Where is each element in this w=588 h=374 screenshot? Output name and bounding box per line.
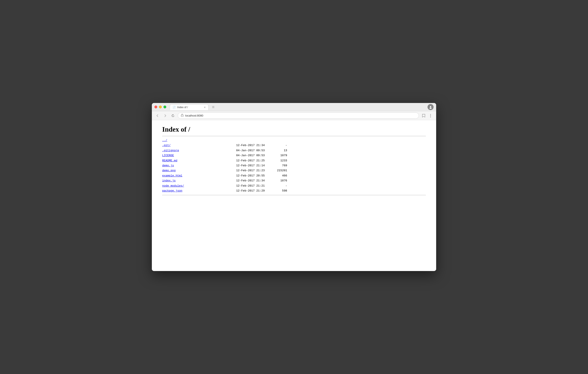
file-size: - [270, 143, 287, 148]
file-size: 769 [270, 163, 287, 168]
file-size: 13 [270, 148, 287, 153]
file-date: 04-Jan-2017 09:53 [227, 153, 270, 158]
file-date: 12-Feb-2017 21:34 [227, 143, 270, 148]
title-bar: 📄 Index of / × [152, 103, 436, 111]
browser-window: 📄 Index of / × [152, 103, 436, 271]
refresh-button[interactable] [170, 113, 176, 119]
menu-button[interactable] [428, 113, 434, 119]
page-content: Index of / ../.git/12-Feb-2017 21:34-.gi… [152, 120, 436, 271]
file-link[interactable]: ../ [162, 138, 227, 143]
file-link[interactable]: demo.js [162, 163, 227, 168]
tab-bar: 📄 Index of / × [170, 104, 428, 110]
file-row: demo.png12-Feb-2017 21:23215201 [162, 168, 426, 173]
file-row: package.json12-Feb-2017 21:29598 [162, 188, 426, 193]
traffic-lights [154, 106, 166, 108]
svg-point-5 [430, 115, 431, 116]
address-bar: localhost:8080 [152, 111, 436, 120]
file-row: node_modules/12-Feb-2017 21:21- [162, 183, 426, 188]
tab-icon: 📄 [173, 106, 176, 109]
file-size: 1233 [270, 158, 287, 163]
tab-close-button[interactable]: × [204, 106, 206, 109]
forward-button[interactable] [162, 113, 168, 119]
file-row: README.md12-Feb-2017 21:251233 [162, 158, 426, 163]
file-link[interactable]: example.html [162, 173, 227, 178]
file-date: 12-Feb-2017 20:55 [227, 173, 270, 178]
file-link[interactable]: demo.png [162, 168, 227, 173]
file-size: 1876 [270, 178, 287, 183]
file-date: 12-Feb-2017 21:23 [227, 168, 270, 173]
file-row: LICENSE04-Jan-2017 09:531079 [162, 153, 426, 158]
file-size: 466 [270, 173, 287, 178]
file-link[interactable]: index.js [162, 178, 227, 183]
new-tab-button[interactable] [210, 104, 216, 110]
bottom-divider [162, 195, 426, 195]
maximize-button[interactable] [163, 106, 166, 108]
file-row: demo.js12-Feb-2017 21:14769 [162, 163, 426, 168]
tab-title: Index of / [177, 106, 202, 109]
svg-rect-0 [212, 106, 214, 108]
file-date: 12-Feb-2017 21:21 [227, 183, 270, 188]
minimize-button[interactable] [159, 106, 162, 108]
file-date: 12-Feb-2017 21:14 [227, 163, 270, 168]
url-bar[interactable]: localhost:8080 [178, 112, 419, 119]
svg-rect-3 [181, 115, 183, 117]
file-date: 12-Feb-2017 21:29 [227, 188, 270, 193]
file-link[interactable]: .gitignore [162, 148, 227, 153]
svg-point-1 [430, 106, 431, 107]
file-listing: ../.git/12-Feb-2017 21:34-.gitignore04-J… [162, 138, 426, 193]
file-size: 215201 [270, 168, 287, 173]
svg-point-4 [430, 114, 431, 115]
file-row: example.html12-Feb-2017 20:55466 [162, 173, 426, 178]
file-size: 1079 [270, 153, 287, 158]
file-link[interactable]: node_modules/ [162, 183, 227, 188]
file-date: 12-Feb-2017 21:25 [227, 158, 270, 163]
file-row: .git/12-Feb-2017 21:34- [162, 143, 426, 148]
bookmark-button[interactable] [421, 113, 427, 119]
file-date: 12-Feb-2017 21:34 [227, 178, 270, 183]
profile-button[interactable] [428, 104, 434, 110]
file-row: .gitignore04-Jan-2017 09:5313 [162, 148, 426, 153]
file-link[interactable]: .git/ [162, 143, 227, 148]
top-divider [162, 136, 426, 136]
file-date: 04-Jan-2017 09:53 [227, 148, 270, 153]
file-size: - [270, 183, 287, 188]
url-text: localhost:8080 [185, 114, 203, 117]
lock-icon [181, 114, 184, 118]
active-tab[interactable]: 📄 Index of / × [170, 104, 209, 110]
back-button[interactable] [154, 113, 160, 119]
file-size: 598 [270, 188, 287, 193]
file-link[interactable]: package.json [162, 188, 227, 193]
toolbar-right [421, 113, 434, 119]
file-link[interactable]: README.md [162, 158, 227, 163]
close-button[interactable] [154, 106, 157, 108]
file-row: ../ [162, 138, 426, 143]
file-link[interactable]: LICENSE [162, 153, 227, 158]
svg-point-2 [430, 107, 432, 109]
file-row: index.js12-Feb-2017 21:341876 [162, 178, 426, 183]
svg-point-6 [430, 117, 431, 117]
page-title: Index of / [162, 125, 426, 133]
